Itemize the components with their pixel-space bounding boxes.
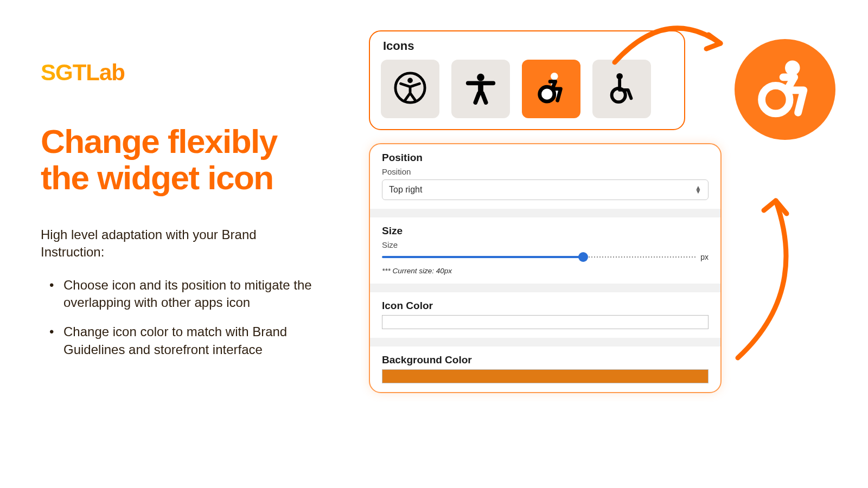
background-color-section-title: Background Color	[382, 354, 709, 366]
size-unit-label: px	[700, 253, 709, 261]
icon-option-wheelchair-motion[interactable]	[522, 60, 580, 118]
icon-option-universal[interactable]	[381, 60, 439, 118]
svg-point-1	[407, 78, 413, 84]
position-field-label: Position	[382, 167, 709, 176]
svg-point-2	[477, 74, 484, 81]
icon-color-picker[interactable]	[382, 315, 709, 329]
background-color-section: Background Color	[370, 346, 720, 392]
accessibility-wheelchair-icon	[605, 71, 639, 107]
position-select[interactable]: Top right ▲▼	[382, 179, 709, 200]
section-divider	[370, 284, 720, 292]
accessibility-person-icon	[464, 71, 497, 107]
size-slider[interactable]	[382, 255, 696, 259]
accessibility-universal-icon	[393, 71, 427, 107]
size-section: Size Size px *** Current size: 40px	[370, 217, 720, 284]
brand-logo: SGTLab	[41, 60, 323, 86]
feature-bullet: Change icon color to match with Brand Gu…	[63, 323, 323, 358]
position-section-title: Position	[382, 152, 709, 164]
size-section-title: Size	[382, 225, 709, 237]
size-field-label: Size	[382, 240, 709, 249]
svg-point-4	[551, 73, 558, 80]
icon-color-section: Icon Color	[370, 292, 720, 338]
position-section: Position Position Top right ▲▼	[370, 144, 720, 209]
size-current-note: *** Current size: 40px	[382, 267, 709, 275]
select-updown-icon: ▲▼	[695, 186, 701, 194]
slider-fill	[382, 256, 583, 258]
widget-settings-panel: Position Position Top right ▲▼ Size Size…	[369, 143, 722, 393]
icon-color-section-title: Icon Color	[382, 300, 709, 312]
svg-point-8	[785, 60, 800, 75]
accessibility-wheelchair-motion-icon	[755, 59, 815, 120]
page-headline: Change flexibly the widget icon	[41, 124, 323, 196]
section-divider	[370, 209, 720, 217]
slider-rest	[583, 256, 697, 258]
slider-thumb[interactable]	[578, 252, 588, 262]
feature-bullet-list: Choose icon and its position to mitigate…	[41, 277, 323, 359]
background-color-picker[interactable]	[382, 369, 709, 383]
decorative-arrow-icon	[727, 184, 808, 363]
feature-bullet: Choose icon and its position to mitigate…	[63, 277, 323, 312]
widget-preview-badge	[735, 39, 835, 140]
svg-point-9	[762, 86, 790, 114]
icon-option-person[interactable]	[451, 60, 510, 118]
accessibility-wheelchair-motion-icon	[534, 71, 568, 107]
position-select-value: Top right	[389, 185, 422, 194]
decorative-arrow-icon	[607, 11, 737, 76]
page-subheadline: High level adaptation with your Brand In…	[41, 226, 323, 261]
section-divider	[370, 338, 720, 346]
svg-point-5	[540, 87, 554, 101]
